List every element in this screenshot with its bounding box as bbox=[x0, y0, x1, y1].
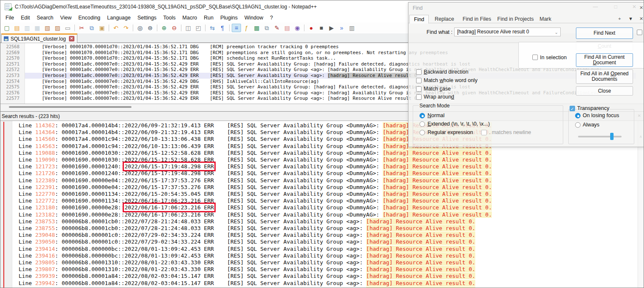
menu-file[interactable]: File bbox=[2, 14, 17, 22]
save-icon[interactable]: ▥ bbox=[22, 24, 32, 32]
zoom-out-icon[interactable]: ⊖ bbox=[170, 24, 179, 32]
copy-icon[interactable]: ⧉ bbox=[87, 24, 96, 32]
search-hit-line-238755[interactable]: Line 238755: 000006b8.00001cb0::2022/07/… bbox=[12, 225, 637, 232]
search-hit-line-122770[interactable]: Line 122770: 00001690.00001134::2022/06/… bbox=[12, 191, 637, 197]
find-next-button[interactable]: Find Next bbox=[576, 27, 633, 39]
search-hit-line-122772[interactable]: Line 122772: 00001690.00001134::2022/06/… bbox=[12, 197, 637, 204]
search-hit-line-119088[interactable]: Line 119088: 00001690.00001030::2022/06/… bbox=[12, 150, 637, 156]
menu-plugins[interactable]: Plugins bbox=[217, 14, 241, 22]
match-case-checkbox[interactable] bbox=[416, 86, 422, 92]
search-hit-line-122391[interactable]: Line 122391: 00001690.00000e04::2022/06/… bbox=[12, 184, 637, 191]
document-list-icon[interactable]: ⧉ bbox=[262, 24, 271, 32]
replace-icon[interactable]: ⊜ bbox=[145, 24, 155, 32]
save-all-icon[interactable]: ▦ bbox=[33, 24, 42, 32]
search-hit-line-121726[interactable]: Line 121726: 00001690.00001240::2022/06/… bbox=[12, 170, 637, 177]
search-hit-line-239807[interactable]: Line 239807: 000006b8.00001310::2022/08/… bbox=[12, 266, 637, 273]
search-mode-extended-radio[interactable] bbox=[419, 121, 425, 127]
tab-replace[interactable]: Replace bbox=[430, 15, 458, 23]
find-next-side-checkbox[interactable] bbox=[637, 30, 642, 35]
menu-edit[interactable]: Edit bbox=[17, 14, 33, 22]
always-radio[interactable] bbox=[575, 122, 581, 128]
search-hit-line-239050[interactable]: Line 239050: 000006b8.000001c0::2022/07/… bbox=[12, 239, 637, 245]
open-folder-icon[interactable]: ▤ bbox=[12, 24, 22, 32]
search-hit-line-121723[interactable]: Line 121723: 00001690.00001240::2022/06/… bbox=[12, 163, 637, 170]
search-hit-line-122389[interactable]: Line 122389: 00001690.00000e04::2022/06/… bbox=[12, 177, 637, 184]
find-icon[interactable]: ◎ bbox=[135, 24, 145, 32]
undo-icon[interactable]: ↶ bbox=[111, 24, 121, 32]
transparency-slider-thumb[interactable] bbox=[610, 133, 614, 140]
search-hit-line-238753[interactable]: Line 238753: 000006b8.00001cb0::2022/07/… bbox=[12, 218, 637, 225]
find-all-opened-button[interactable]: Find All in All OpenedDocuments bbox=[576, 69, 633, 84]
search-hit-line-239939[interactable]: Line 239939: 000006b8.00001a84::2022/08/… bbox=[12, 273, 637, 280]
menu-window[interactable]: Window bbox=[241, 14, 266, 22]
show-symbols-icon[interactable]: ¶ bbox=[218, 24, 227, 32]
close-dialog-button[interactable]: Close bbox=[576, 86, 633, 96]
search-hit-line-123182[interactable]: Line 123182: 00001690.00000e28::2022/06/… bbox=[12, 211, 637, 218]
search-hit-line-239942[interactable]: Line 239942: 000006b8.00001a84::2022/08/… bbox=[12, 280, 637, 287]
run-macro-multiple-icon[interactable]: » bbox=[337, 24, 346, 32]
indent-guide-icon[interactable]: ≡ bbox=[232, 24, 241, 32]
matches-newline-checkbox[interactable] bbox=[481, 130, 487, 135]
function-list-icon[interactable]: ƒ bbox=[242, 24, 251, 32]
cut-icon[interactable]: ✂ bbox=[77, 24, 86, 32]
transparency-label: Transparency bbox=[577, 105, 609, 111]
in-selection-checkbox[interactable] bbox=[532, 55, 538, 60]
add-tab-icon[interactable]: + bbox=[618, 16, 621, 21]
tab-mark[interactable]: Mark bbox=[535, 15, 556, 23]
menu-settings[interactable]: Settings bbox=[134, 14, 160, 22]
macro-save-icon[interactable]: ▥ bbox=[347, 24, 356, 32]
dropdown-icon[interactable]: ▼ bbox=[628, 16, 633, 21]
chevron-down-icon[interactable]: ⌄ bbox=[555, 28, 558, 36]
search-mode-regex-radio[interactable] bbox=[419, 130, 425, 135]
tab-close-icon[interactable]: ✕ bbox=[69, 36, 74, 41]
document-map-icon[interactable]: ▩ bbox=[252, 24, 261, 32]
menu-encoding[interactable]: Encoding bbox=[75, 14, 104, 22]
record-macro-icon[interactable]: ● bbox=[307, 24, 316, 32]
search-hit-line-239414[interactable]: Line 239414: 000006b8.000000bc::2022/08/… bbox=[12, 246, 637, 252]
search-hit-line-119090[interactable]: Line 119090: 00001690.00001030::2022/06/… bbox=[12, 156, 637, 163]
find-all-current-button[interactable]: Find All in CurrentDocument bbox=[576, 53, 633, 67]
menu-view[interactable]: View bbox=[57, 14, 75, 22]
on-losing-focus-radio[interactable] bbox=[575, 113, 581, 118]
saved-doc-icon bbox=[4, 36, 8, 41]
transparency-slider[interactable] bbox=[578, 136, 622, 137]
menu-language[interactable]: Language bbox=[104, 14, 134, 22]
menu-search[interactable]: Search bbox=[33, 14, 57, 22]
find-dialog-close-icon[interactable]: ✕ bbox=[639, 5, 643, 11]
match-whole-word-checkbox[interactable] bbox=[416, 78, 422, 83]
menu-tools[interactable]: Tools bbox=[160, 14, 179, 22]
word-wrap-icon[interactable]: ⇆ bbox=[208, 24, 217, 32]
menu-macro[interactable]: Macro bbox=[179, 14, 200, 22]
view-eye-icon[interactable]: ◉ bbox=[293, 24, 302, 32]
find-what-combobox[interactable]: [hadrag] Resource Alive result 0 ⌄ bbox=[454, 27, 561, 36]
close-all-icon[interactable]: ▨ bbox=[53, 24, 62, 32]
search-hit-line-239048[interactable]: Line 239048: 000006b8.000001c0::2022/07/… bbox=[12, 232, 637, 239]
transparency-checkbox[interactable]: ✓ bbox=[570, 106, 575, 111]
edit-pencil-icon[interactable]: ✎ bbox=[272, 24, 282, 32]
tabrow-close-icon[interactable]: ✕ bbox=[639, 16, 643, 22]
paste-icon[interactable]: ▣ bbox=[97, 24, 107, 32]
hscroll-thumb[interactable] bbox=[9, 106, 132, 108]
wrap-around-checkbox[interactable] bbox=[416, 94, 422, 100]
new-file-icon[interactable]: ▢ bbox=[2, 24, 11, 32]
tab-find[interactable]: Find bbox=[409, 15, 429, 24]
search-mode-normal-radio[interactable] bbox=[419, 113, 425, 118]
play-macro-icon[interactable]: ▶ bbox=[327, 24, 336, 32]
sync-horizontal-icon[interactable]: ◰ bbox=[194, 24, 203, 32]
sync-vertical-icon[interactable]: ◫ bbox=[184, 24, 193, 32]
tab-find-in-projects[interactable]: Find in Projects bbox=[493, 15, 538, 23]
zoom-in-icon[interactable]: ⊕ bbox=[159, 24, 169, 32]
menu-run[interactable]: Run bbox=[200, 14, 217, 22]
close-doc-icon[interactable]: ▧ bbox=[43, 24, 52, 32]
project-folder-icon[interactable]: ▤ bbox=[282, 24, 292, 32]
tab-sql19agn1-cluster-log[interactable]: SQL19AGN1_cluster.log ✕ bbox=[1, 33, 77, 43]
search-hit-line-239416[interactable]: Line 239416: 000006b8.000000bc::2022/08/… bbox=[12, 252, 637, 259]
redo-icon[interactable]: ↷ bbox=[121, 24, 131, 32]
stop-macro-icon[interactable]: ■ bbox=[317, 24, 326, 32]
search-hit-line-239805[interactable]: Line 239805: 000006b8.00001310::2022/08/… bbox=[12, 259, 637, 266]
search-hit-line-123180[interactable]: Line 123180: 00001690.00000e28::2022/06/… bbox=[12, 204, 637, 211]
menu-[interactable]: ? bbox=[266, 14, 276, 22]
backward-direction-checkbox[interactable] bbox=[416, 69, 422, 75]
tab-find-in-files[interactable]: Find in Files bbox=[458, 15, 495, 23]
print-icon[interactable]: ▭ bbox=[63, 24, 72, 32]
